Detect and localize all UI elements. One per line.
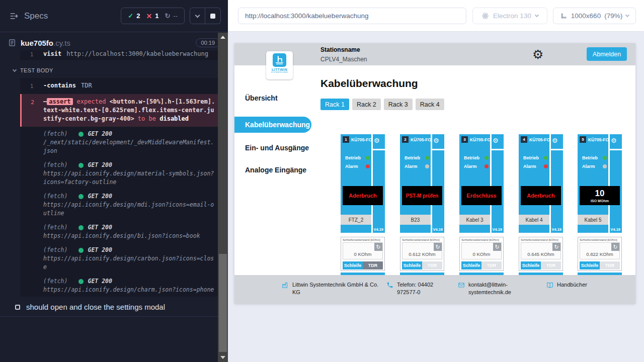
schleife-button[interactable]: Schleife — [521, 261, 541, 269]
card-settings-icon[interactable]: ⚙ — [374, 137, 380, 144]
app-footer: Littwin Systemtechnik GmbH & Co. KGTelef… — [234, 275, 635, 304]
contains-command-row[interactable]: 1 -contains TDR — [20, 78, 220, 94]
rack-tab-1[interactable]: Rack 1 — [320, 99, 349, 110]
tdr-button[interactable]: TDR — [600, 261, 620, 269]
refresh-button[interactable]: ↻ — [493, 243, 501, 251]
x-icon: ✕ — [146, 12, 152, 20]
divider — [341, 233, 385, 237]
card-settings-icon[interactable]: ⚙ — [493, 137, 499, 144]
iso-unit: ISO MOhm — [591, 199, 609, 203]
card-settings-icon[interactable]: ⚙ — [433, 137, 439, 144]
station-name-value: CPLV4_Maschen — [320, 56, 367, 63]
loop-value: 0.645 KOhm — [521, 251, 560, 257]
device-display: Aderbruch — [343, 186, 383, 205]
scroll-down-arrow-icon[interactable] — [220, 356, 225, 359]
command-log-block: 1 -contains TDR 2 –assertexpected <butto… — [20, 78, 220, 297]
divider — [578, 233, 622, 237]
divider — [459, 271, 504, 273]
betrieb-led — [425, 156, 429, 160]
command-arg: http://localhost:3000/kabelueberwachung — [66, 50, 208, 59]
device-model-label: KÜ705-FO — [470, 137, 491, 142]
cable-name-label: B23 — [400, 215, 431, 225]
reporter-scrollbar[interactable] — [218, 33, 228, 362]
browser-select[interactable]: Electron 130 — [472, 8, 547, 24]
rack-tab-3[interactable]: Rack 3 — [384, 99, 413, 110]
viewport-select[interactable]: 1000x660 (79%) — [553, 8, 636, 24]
card-divider-h — [371, 149, 385, 150]
spec-file-row[interactable]: kue705fo.cy.ts 00:19 — [8, 38, 220, 47]
url-input[interactable]: http://localhost:3000/kabelueberwachung — [238, 8, 466, 24]
cable-name-label: Kabel 4 — [519, 215, 549, 225]
firmware-version: V4.19 — [433, 227, 443, 232]
alarm-message: Aderbruch — [349, 193, 377, 199]
divider — [341, 271, 385, 273]
fetch-label: (fetch) — [43, 223, 67, 232]
fetch-status: GET 200 — [88, 246, 112, 254]
schleife-button[interactable]: Schleife — [343, 261, 363, 269]
test-stats: ✓2 ✕1 ↻-- — [121, 8, 185, 24]
card-settings-icon[interactable]: ⚙ — [611, 137, 617, 144]
sidebar-item-1[interactable]: Übersicht — [245, 94, 278, 102]
failed-assert-row[interactable]: 2 –assertexpected <button.w-[50%].h-[1.5… — [20, 94, 220, 127]
footer-item-4[interactable]: Handbücher — [546, 281, 617, 291]
kabelueberwachung-app: Stationsname CPLV4_Maschen ⚙ Abmelden LI… — [234, 43, 635, 304]
refresh-button[interactable]: ↻ — [374, 243, 382, 251]
schleife-button[interactable]: Schleife — [580, 261, 600, 269]
sidebar-item-2[interactable]: Kabelüberwachung — [234, 117, 311, 133]
stop-button[interactable] — [205, 8, 221, 24]
divider — [0, 316, 228, 317]
refresh-icon: ↻ — [165, 12, 170, 20]
card-divider-h — [431, 149, 444, 150]
chevron-down-icon — [13, 68, 17, 72]
loop-resistance-label: Schleifenwiderstand [kOhm] — [580, 238, 621, 241]
pending-test-row[interactable]: should open and close the settings modal — [15, 303, 228, 311]
specs-list-icon[interactable] — [9, 11, 19, 21]
rack-tab-4[interactable]: Rack 4 — [416, 99, 444, 110]
visit-command-row[interactable]: 1 visit http://localhost:3000/kabelueber… — [20, 50, 220, 60]
betrieb-led — [485, 156, 489, 160]
status-dot-icon — [78, 248, 84, 253]
test-body-section[interactable]: TEST BODY — [13, 67, 228, 73]
scroll-up-arrow-icon[interactable] — [220, 36, 225, 39]
loop-value: 0.822 KOhm — [580, 251, 619, 257]
fetch-log-row[interactable]: (fetch)GET 200/_next/static/development/… — [20, 127, 220, 158]
fetch-status: GET 200 — [88, 277, 112, 286]
card-number-badge: 1 — [343, 136, 349, 143]
device-model-label: KÜ705-FO — [529, 137, 550, 142]
collapse-button[interactable] — [190, 8, 205, 24]
device-model-label: KÜ705-FO — [351, 137, 372, 142]
refresh-button[interactable]: ↻ — [611, 243, 619, 251]
logout-button[interactable]: Abmelden — [587, 47, 627, 61]
fetch-log-row[interactable]: (fetch)GET 200https://api.iconify.design… — [20, 243, 220, 274]
settings-gear-icon[interactable]: ⚙ — [532, 46, 543, 63]
schleife-button[interactable]: Schleife — [402, 261, 422, 269]
rack-tab-2[interactable]: Rack 2 — [352, 99, 381, 110]
card-settings-icon[interactable]: ⚙ — [552, 137, 558, 144]
device-display: Aderbruch — [521, 186, 561, 205]
divider — [519, 271, 563, 273]
pending-test-title: should open and close the settings modal — [26, 303, 165, 311]
status-dot-icon — [78, 163, 84, 168]
tdr-button[interactable]: TDR — [363, 261, 383, 269]
fetch-log-row[interactable]: (fetch)GET 200https://api.iconify.design… — [20, 274, 220, 297]
fetch-label: (fetch) — [43, 130, 67, 138]
fetch-status: GET 200 — [88, 161, 112, 169]
schleife-button[interactable]: Schleife — [461, 261, 481, 269]
command-name: -contains — [43, 81, 76, 90]
logo-wordmark: LITTWIN — [272, 68, 287, 71]
specs-title: Specs — [24, 11, 48, 21]
fetch-log-row[interactable]: (fetch)GET 200https://api.iconify.design… — [20, 189, 220, 220]
tdr-button[interactable]: TDR — [481, 261, 502, 269]
scrollbar-thumb[interactable] — [219, 254, 227, 352]
fetch-label: (fetch) — [43, 246, 67, 254]
fetch-log-row[interactable]: (fetch)GET 200https://api.iconify.design… — [20, 220, 220, 243]
tdr-button[interactable]: TDR — [541, 261, 561, 269]
email-icon — [458, 282, 465, 296]
refresh-button[interactable]: ↻ — [434, 243, 442, 251]
fetch-status: GET 200 — [88, 130, 112, 138]
fetch-log-row[interactable]: (fetch)GET 200https://api.iconify.design… — [20, 158, 220, 189]
spec-file-icon — [8, 39, 16, 47]
status-dot-icon — [78, 225, 84, 230]
refresh-button[interactable]: ↻ — [552, 243, 560, 251]
tdr-button[interactable]: TDR — [422, 261, 442, 269]
